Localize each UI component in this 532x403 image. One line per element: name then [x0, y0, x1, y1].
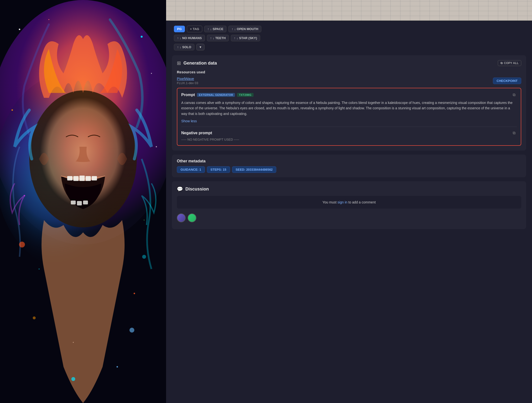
prompt-header: Prompt EXTERNAL GENERATOR TXT2IMG ⧉: [181, 92, 517, 98]
resources-label: Resources used: [177, 70, 521, 74]
arrow-up-icon: ↑: [232, 27, 233, 31]
svg-point-27: [129, 328, 134, 333]
resource-name-link[interactable]: PixelWave: [177, 77, 198, 81]
tag-open-mouth[interactable]: ↑ ↓ OPEN MOUTH: [228, 26, 261, 32]
arrow-up-icon: ↑: [210, 36, 212, 40]
svg-rect-18: [79, 176, 85, 181]
tag-star-sky-label: STAR (SKY): [239, 36, 257, 40]
negative-prompt-title: Negative prompt: [181, 131, 212, 135]
copy-all-button[interactable]: ⧉ COPY ALL: [498, 60, 521, 66]
metadata-card: Other metadata GUIDANCE: 1 STEPS: 15 SEE…: [172, 155, 526, 177]
top-strip: [166, 0, 532, 21]
prompt-section: Prompt EXTERNAL GENERATOR TXT2IMG ⧉ A ca…: [177, 88, 521, 146]
svg-point-7: [11, 109, 13, 111]
more-tags-button[interactable]: ▾: [196, 44, 204, 50]
svg-point-24: [19, 242, 25, 247]
checkpoint-badge[interactable]: CHECKPOINT: [493, 78, 521, 84]
svg-point-14: [117, 366, 118, 368]
generation-data-card: ⊞ Generation data ⧉ COPY ALL Resources u…: [172, 55, 526, 151]
arrow-down-icon: ↓: [213, 36, 214, 40]
arrow-down-icon: ↓: [234, 27, 236, 31]
metadata-badges: GUIDANCE: 1 STEPS: 15 SEED: 203338444486…: [177, 166, 521, 173]
discussion-card: 💬 Discussion You must sign in to add a c…: [172, 181, 526, 229]
negative-prompt-text: ----- NO NEGATIVE PROMPT USED -----: [181, 138, 517, 141]
tags-row-3: ↑ ↓ SOLO ▾: [172, 44, 526, 50]
tag-space[interactable]: ↑ ↓ SPACE: [204, 26, 226, 32]
tag-solo-label: SOLO: [182, 45, 191, 49]
tag-add-button[interactable]: + TAG: [187, 26, 202, 32]
arrow-down-icon: ↓: [236, 36, 238, 40]
tag-space-label: SPACE: [213, 27, 223, 31]
content-area: PG + TAG ↑ ↓ SPACE ↑ ↓ OPEN MOUTH ↑ ↓ NO…: [166, 21, 532, 238]
discussion-title: Discussion: [185, 187, 209, 192]
sign-in-prompt: You must sign in to add a comment: [177, 196, 521, 209]
tags-row-2: ↑ ↓ NO HUMANS ↑ ↓ TEETH ↑ ↓ STAR (SKY): [172, 35, 526, 41]
svg-rect-20: [92, 176, 97, 180]
copy-prompt-button[interactable]: ⧉: [511, 92, 517, 98]
resource-sub-label: FLUX.1-dev 03: [177, 81, 198, 85]
tag-teeth-label: TEETH: [215, 36, 226, 40]
arrow-up-icon: ↑: [234, 36, 236, 40]
copy-icon: ⧉: [500, 61, 503, 65]
arrow-up-icon: ↑: [207, 27, 209, 31]
svg-rect-19: [85, 176, 91, 181]
tag-solo[interactable]: ↑ ↓ SOLO: [174, 44, 194, 50]
avatar-2: [188, 213, 196, 222]
svg-rect-22: [77, 201, 82, 205]
sign-in-link[interactable]: sign in: [338, 200, 347, 204]
tag-no-humans[interactable]: ↑ ↓ NO HUMANS: [174, 35, 205, 41]
tag-no-humans-label: NO HUMANS: [182, 36, 202, 40]
svg-point-10: [144, 220, 145, 221]
sign-in-suffix: to add a comment: [348, 200, 376, 204]
svg-point-25: [142, 255, 146, 259]
external-generator-badge: EXTERNAL GENERATOR: [197, 93, 235, 97]
show-less-button[interactable]: Show less: [181, 119, 197, 123]
copy-all-label: COPY ALL: [504, 61, 519, 65]
svg-point-12: [134, 293, 135, 294]
avatar-1: [177, 213, 186, 222]
resource-row: PixelWave FLUX.1-dev 03 CHECKPOINT: [177, 77, 521, 85]
svg-rect-21: [71, 201, 76, 204]
avatar-row: [177, 212, 521, 224]
arrow-up-icon: ↑: [177, 36, 179, 40]
copy-negative-prompt-button[interactable]: ⧉: [511, 130, 517, 136]
prompt-text: A canvas comes alive with a symphony of …: [181, 100, 517, 116]
brick-pattern: [166, 0, 532, 21]
tag-star-sky[interactable]: ↑ ↓ STAR (SKY): [231, 35, 260, 41]
prompt-divider: [181, 127, 517, 127]
svg-point-11: [39, 269, 40, 269]
svg-point-26: [33, 316, 36, 319]
svg-rect-23: [83, 201, 88, 204]
steps-badge[interactable]: STEPS: 15: [207, 166, 230, 173]
prompt-title: Prompt: [181, 93, 195, 97]
discussion-header: 💬 Discussion: [177, 186, 521, 192]
txt2img-badge: TXT2IMG: [237, 93, 253, 97]
generation-data-title: Generation data: [183, 61, 217, 66]
arrow-down-icon: ↓: [210, 27, 212, 31]
arrow-up-icon: ↑: [177, 45, 179, 49]
main-image: [0, 0, 166, 403]
seed-badge[interactable]: SEED: 203338444486562: [232, 166, 277, 173]
tag-pg[interactable]: PG: [174, 26, 185, 32]
svg-point-5: [141, 36, 143, 38]
right-panel: PG + TAG ↑ ↓ SPACE ↑ ↓ OPEN MOUTH ↑ ↓ NO…: [166, 0, 532, 403]
guidance-badge[interactable]: GUIDANCE: 1: [177, 166, 205, 173]
arrow-down-icon: ↓: [180, 36, 181, 40]
discussion-icon: 💬: [177, 186, 183, 192]
tag-open-mouth-label: OPEN MOUTH: [237, 27, 258, 31]
arrow-down-icon: ↓: [180, 45, 181, 49]
svg-rect-16: [67, 176, 73, 180]
svg-point-3: [19, 29, 20, 30]
generation-data-icon: ⊞: [177, 60, 181, 66]
generation-data-header: ⊞ Generation data ⧉ COPY ALL: [177, 60, 521, 66]
svg-point-28: [71, 377, 75, 381]
resource-info: PixelWave FLUX.1-dev 03: [177, 77, 198, 85]
image-panel: [0, 0, 166, 403]
nebula-face-svg: [0, 0, 166, 403]
svg-rect-17: [73, 176, 79, 181]
tag-teeth[interactable]: ↑ ↓ TEETH: [207, 35, 229, 41]
tags-row-1: PG + TAG ↑ ↓ SPACE ↑ ↓ OPEN MOUTH: [172, 26, 526, 32]
metadata-title: Other metadata: [177, 159, 521, 163]
svg-point-8: [156, 146, 157, 147]
svg-point-4: [48, 19, 49, 20]
